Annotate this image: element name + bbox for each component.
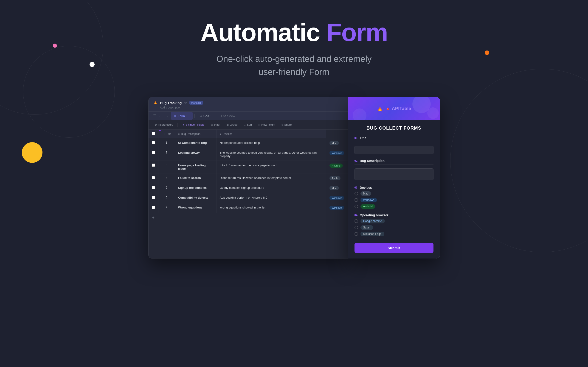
field-num-01: 01 xyxy=(355,136,357,140)
row-description: The website seemed to load very slowly, … xyxy=(216,148,326,161)
row-device: Mac xyxy=(326,138,348,148)
browser-option-edge[interactable]: Microsoft Edge xyxy=(355,232,433,236)
description-text: It took 5 minutes for the home page to l… xyxy=(220,164,277,167)
radio-android[interactable] xyxy=(355,205,358,208)
device-badge: Android xyxy=(329,164,343,168)
table-row: 4 Failed to search Didn't return results… xyxy=(148,173,348,183)
form-tab-label: Form xyxy=(178,114,185,118)
tab-grid[interactable]: ⊟ Grid ⋯ xyxy=(197,112,217,120)
device-option-android[interactable]: Android xyxy=(355,204,433,209)
row-title: Home page loading issue xyxy=(175,161,216,173)
field-name-browser: Operating browser xyxy=(360,213,388,217)
radio-chrome[interactable] xyxy=(355,219,358,223)
browser-tag-safari: Safari xyxy=(361,225,373,230)
title-text: Failed to search xyxy=(178,176,201,180)
api-text: 🔺 xyxy=(385,106,391,111)
row-description: Didn't return results when searched in t… xyxy=(216,173,326,183)
submit-button[interactable]: Submit xyxy=(355,243,433,253)
row-checkbox[interactable] xyxy=(152,151,155,154)
table-row: 6 Compatibility defects App couldn't per… xyxy=(148,193,348,203)
workspace-name: Bug Tracking xyxy=(160,101,182,105)
th-devices: ● Devices xyxy=(216,130,326,138)
form-banner: 🔺 APITable xyxy=(348,97,440,120)
nav-arrows: ☰ ← → xyxy=(153,113,170,119)
field-name-bug-desc: Bug Description xyxy=(360,159,385,163)
hidden-fields-button[interactable]: 👁 8 hidden field(s) xyxy=(180,122,208,127)
form-field-devices: 03 Devices Mac Windows Android xyxy=(355,186,433,209)
add-row-button[interactable]: + xyxy=(148,213,348,223)
row-description: Overly complex signup procedure xyxy=(216,183,326,193)
title-input[interactable] xyxy=(355,146,433,154)
device-tag-android: Android xyxy=(361,204,375,209)
row-checkbox[interactable] xyxy=(152,141,155,144)
form-title: BUG COLLECT FORMS xyxy=(355,125,433,131)
title-col-icon: T̲ xyxy=(164,132,165,135)
api-table-logo-icon xyxy=(377,105,383,112)
insert-record-icon: ⊕ xyxy=(155,123,157,126)
manager-badge: Manager xyxy=(190,101,203,105)
form-field-title: 01 Title xyxy=(355,136,433,154)
browser-option-safari[interactable]: Safari xyxy=(355,225,433,230)
api-label: API xyxy=(391,106,399,111)
row-device: Android xyxy=(326,161,348,173)
row-description: It took 5 minutes for the home page to l… xyxy=(216,161,326,173)
title-text: Compatibility defects xyxy=(178,196,208,199)
table-row: 3 Home page loading issue It took 5 minu… xyxy=(148,161,348,173)
field-label-devices: 03 Devices xyxy=(355,186,433,190)
row-device: Mac xyxy=(326,183,348,193)
tab-form[interactable]: ⊞ Form ⋯ xyxy=(171,112,193,120)
select-all-checkbox[interactable] xyxy=(152,132,155,135)
device-badge: Mac xyxy=(329,141,339,145)
device-option-windows[interactable]: Windows xyxy=(355,198,433,202)
workspace-title: Bug Tracking ☆ Manager xyxy=(153,100,343,105)
grid-tab-label: Grid xyxy=(203,114,209,118)
browser-option-chrome[interactable]: Google chrome xyxy=(355,219,433,223)
row-checkbox[interactable] xyxy=(152,206,155,209)
share-button[interactable]: ◁ Share xyxy=(279,122,294,127)
star-icon[interactable]: ☆ xyxy=(184,101,187,105)
device-option-mac[interactable]: Mac xyxy=(355,191,433,196)
group-button[interactable]: ⊞ Group xyxy=(224,122,240,127)
sort-indicator xyxy=(158,130,161,131)
toolbar: ⊕ Insert record 👁 8 hidden field(s) ⧖ Fi… xyxy=(148,120,348,130)
nav-back[interactable]: ← xyxy=(157,113,163,119)
device-badge: Windows xyxy=(329,196,344,200)
radio-windows[interactable] xyxy=(355,198,358,202)
row-checkbox-cell xyxy=(148,148,158,161)
th-checkbox xyxy=(148,130,158,138)
filter-button[interactable]: ⧖ Filter xyxy=(209,122,223,127)
title-text: Home page loading issue xyxy=(178,164,206,170)
browser-tag-chrome: Google chrome xyxy=(361,219,385,223)
field-label-browser: 04 Operating browser xyxy=(355,213,433,217)
row-num: 1 xyxy=(158,138,175,148)
hamburger-icon[interactable]: ☰ xyxy=(153,114,156,118)
add-description-link[interactable]: Add a description xyxy=(160,106,343,109)
description-text: Overly complex signup procedure xyxy=(220,186,264,190)
table-row: 2 Loading slowly The website seemed to l… xyxy=(148,148,348,161)
table-body: 1 UI Components Bug No response after cl… xyxy=(148,138,348,213)
radio-edge[interactable] xyxy=(355,232,358,236)
row-checkbox[interactable] xyxy=(152,176,155,179)
add-view-button[interactable]: + Add view xyxy=(218,113,238,119)
radio-safari[interactable] xyxy=(355,226,358,229)
table-row: 5 Signup too complex Overly complex sign… xyxy=(148,183,348,193)
row-height-button[interactable]: ⇕ Row height xyxy=(256,122,277,127)
row-title: Wrong equations xyxy=(175,203,216,213)
bug-desc-textarea[interactable] xyxy=(355,168,433,180)
row-checkbox[interactable] xyxy=(152,186,155,189)
grid-tab-more[interactable]: ⋯ xyxy=(210,114,214,118)
field-divider-01 xyxy=(355,142,433,142)
radio-mac[interactable] xyxy=(355,192,358,195)
device-badge: Mac xyxy=(329,186,339,190)
sort-button[interactable]: ⇅ Sort xyxy=(241,122,254,127)
main-content: Bug Tracking ☆ Manager Add a description… xyxy=(0,97,588,259)
row-checkbox[interactable] xyxy=(152,164,155,167)
form-tab-more[interactable]: ⋯ xyxy=(186,114,190,118)
row-checkbox[interactable] xyxy=(152,196,155,199)
top-bar: Bug Tracking ☆ Manager Add a description xyxy=(148,97,348,112)
row-title: Loading slowly xyxy=(175,148,216,161)
table-header-row: T̲ Title ≡ Bug Description xyxy=(148,130,348,138)
share-icon: ◁ xyxy=(281,123,283,126)
nav-forward[interactable]: → xyxy=(164,113,170,119)
insert-record-button[interactable]: ⊕ Insert record xyxy=(152,122,176,127)
